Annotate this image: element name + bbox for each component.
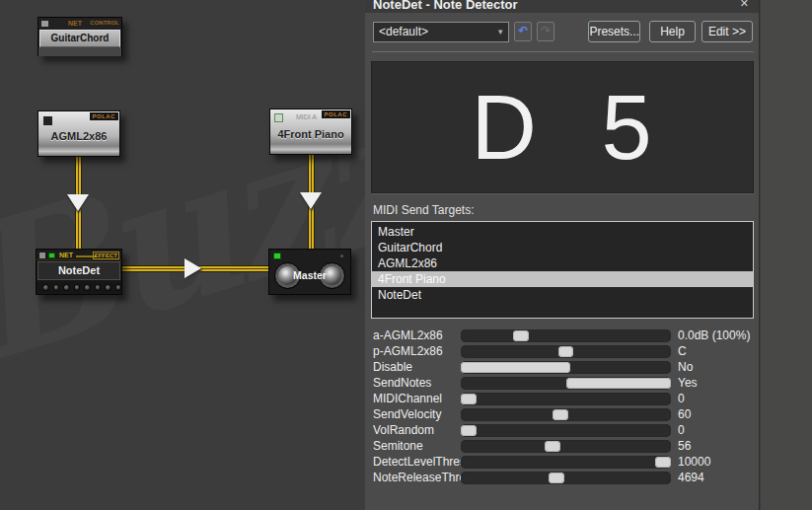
preset-dropdown[interactable]: <default> ▾ xyxy=(373,22,509,42)
list-item-guitarchord[interactable]: GuitarChord xyxy=(372,240,753,255)
slider-sendnotes[interactable] xyxy=(461,377,671,390)
polac-badge: POLAC xyxy=(90,112,119,120)
active-led xyxy=(48,253,55,258)
close-icon[interactable]: ✕ xyxy=(740,0,749,10)
peg-icon xyxy=(53,284,60,291)
midi-tag: MIDI A xyxy=(296,113,317,120)
pin-icon xyxy=(340,255,343,257)
active-led xyxy=(273,253,281,259)
param-row: DetectLevelThres 10000 xyxy=(373,454,754,470)
list-item-notedet[interactable]: NoteDet xyxy=(372,287,753,303)
undo-icon[interactable]: ↶ xyxy=(514,22,532,41)
list-item-agml2x86[interactable]: AGML2x86 xyxy=(372,255,753,271)
slider-thumb[interactable] xyxy=(549,473,564,483)
polac-badge: POLAC xyxy=(322,110,351,118)
connection-arrow-icon[interactable] xyxy=(300,192,322,209)
machine-name-label: AGML2x86 xyxy=(38,130,119,142)
detected-note-value: D 5 xyxy=(471,76,653,180)
list-item-4front-piano[interactable]: 4Front Piano xyxy=(372,271,753,287)
peg-icon xyxy=(84,284,91,291)
param-row: p-AGML2x86 C xyxy=(373,343,754,359)
slider-detectlevelthres[interactable] xyxy=(461,456,671,469)
peg-icon xyxy=(95,284,102,291)
machine-agml2x86[interactable]: POLAC AGML2x86 xyxy=(37,110,120,157)
slider-thumb[interactable] xyxy=(566,378,672,389)
machine-4front-piano[interactable]: MIDI A POLAC 4Front Piano xyxy=(269,109,352,155)
param-row: Semitone 56 xyxy=(373,438,754,454)
slider-volrandom[interactable] xyxy=(461,424,671,437)
redo-icon[interactable]: ↷ xyxy=(537,22,554,41)
param-row: Disable No xyxy=(373,359,754,375)
machine-notedet[interactable]: NET EFFECT NoteDet xyxy=(36,249,122,295)
slider-sendvelocity[interactable] xyxy=(461,408,671,421)
param-row: VolRandom 0 xyxy=(373,422,754,438)
slider-thumb[interactable] xyxy=(558,346,574,357)
connection-arrow-icon[interactable] xyxy=(185,258,201,278)
net-tag: NET xyxy=(68,20,82,27)
list-item-master[interactable]: Master xyxy=(372,224,753,240)
midi-led xyxy=(274,113,283,122)
notedet-parameter-window: NoteDet - Note Detector ✕ <default> ▾ ↶ … xyxy=(365,0,760,510)
slider-notereleasethre[interactable] xyxy=(461,472,671,484)
machine-guitarchord[interactable]: NET CONTROL GuitarChord xyxy=(37,17,122,56)
slider-thumb[interactable] xyxy=(461,394,477,404)
slider-thumb[interactable] xyxy=(461,362,570,373)
slider-semitone[interactable] xyxy=(461,440,671,453)
chevron-down-icon: ▾ xyxy=(492,27,508,36)
peg-icon xyxy=(74,284,81,291)
machine-name-label: GuitarChord xyxy=(39,30,120,47)
detected-note-display: D 5 xyxy=(371,61,754,193)
machine-name-label: 4Front Piano xyxy=(270,128,351,140)
midi-send-targets-list[interactable]: Master GuitarChord AGML2x86 4Front Piano… xyxy=(371,221,754,319)
machine-name-label: NoteDet xyxy=(37,261,120,280)
param-row: MIDIChannel 0 xyxy=(373,391,754,406)
slider-thumb[interactable] xyxy=(545,441,560,452)
preset-dropdown-value: <default> xyxy=(374,25,492,38)
machine-led xyxy=(41,21,48,27)
slider-thumb[interactable] xyxy=(553,409,568,420)
slider-thumb[interactable] xyxy=(461,425,477,436)
net-tag: NET xyxy=(59,252,73,258)
machine-name-label: Master xyxy=(269,269,350,281)
peg-icon xyxy=(63,284,70,291)
machine-master[interactable]: Master xyxy=(268,249,351,295)
peg-icon xyxy=(105,284,111,291)
window-title: NoteDet - Note Detector xyxy=(373,0,759,12)
help-button[interactable]: Help xyxy=(649,21,696,42)
effect-tag: EFFECT xyxy=(93,252,119,259)
preset-toolbar: <default> ▾ ↶ ↷ Presets... Help Edit >> xyxy=(373,21,753,42)
mute-led xyxy=(43,116,52,125)
peg-icon xyxy=(42,284,49,291)
midi-send-targets-label: MIDI Send Targets: xyxy=(373,203,759,217)
window-titlebar[interactable]: NoteDet - Note Detector ✕ xyxy=(365,0,759,13)
background-strip xyxy=(761,0,812,510)
param-row: NoteReleaseThre 4694 xyxy=(373,470,754,485)
slider-a-agml2x86[interactable] xyxy=(461,329,671,342)
connection-arrow-icon[interactable] xyxy=(67,194,89,211)
machine-view-canvas[interactable]: Buzz NET CONTROL GuitarChord POLAC AGML2… xyxy=(0,0,365,510)
edit-button[interactable]: Edit >> xyxy=(701,21,753,42)
peg-icon xyxy=(115,284,122,291)
param-row: SendVelocity 60 xyxy=(373,406,754,422)
machine-led xyxy=(39,253,45,258)
control-tag: CONTROL xyxy=(90,20,119,26)
slider-thumb[interactable] xyxy=(513,330,529,341)
slider-midichannel[interactable] xyxy=(461,393,671,405)
param-row: SendNotes Yes xyxy=(373,375,754,391)
param-row: a-AGML2x86 0.0dB (100%) xyxy=(373,328,754,343)
divider xyxy=(372,51,754,52)
slider-disable[interactable] xyxy=(461,361,671,374)
slider-p-agml2x86[interactable] xyxy=(461,345,671,358)
presets-button[interactable]: Presets... xyxy=(588,21,640,42)
parameter-sliders: a-AGML2x86 0.0dB (100%) p-AGML2x86 C Dis… xyxy=(373,328,754,485)
slider-thumb[interactable] xyxy=(655,457,671,468)
